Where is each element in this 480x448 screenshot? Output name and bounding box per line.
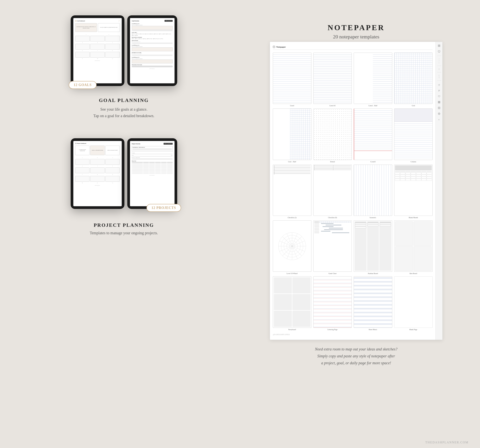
np-item-isometric[interactable]: Isometric	[354, 164, 392, 219]
tablet-watermark: @thedashplanner	[75, 60, 120, 61]
notepaper-footer-line2: Simply copy and paste any style of notep…	[317, 354, 395, 358]
resources-options: Time Money Education Energy Physical Spa…	[132, 38, 173, 39]
notepaper-grid: Lined Lined #2 Lined – Half Gri	[273, 53, 433, 330]
np-thumb-lined-half	[354, 53, 392, 104]
project-numbers-row3: 7 8 9	[75, 174, 120, 175]
np-thumb-wheel	[273, 220, 311, 272]
np-item-lettering[interactable]: Lettering Page	[313, 276, 352, 330]
materials-label: MATERIALS / RESOURCES	[133, 147, 172, 148]
sidebar-icon-heart[interactable]	[437, 94, 441, 98]
sidebar-icon-grid[interactable]	[437, 44, 441, 48]
project-planning-desc: Templates to manage your ongoing project…	[90, 231, 158, 235]
sidebar-icon-grid3[interactable]	[437, 106, 441, 110]
progress-label: PROGRESS TRACKER	[132, 64, 173, 65]
notepaper-toolbar: Notepaper	[273, 46, 433, 50]
svg-rect-0	[273, 46, 275, 48]
np-item-kanban[interactable]: Kanban Board	[354, 220, 392, 274]
goal-planning-desc-1: See your life goals at a glance.	[93, 106, 154, 113]
goal-card-2[interactable]: GO ON A FAMILY VACATION ONCE IN AGES	[98, 23, 120, 32]
np-label-sheet-music: Sheet Music	[369, 328, 377, 330]
goal-overview-title: Goal Overview	[132, 20, 139, 21]
np-thumb-blank-month	[394, 164, 433, 216]
np-item-lined-half[interactable]: Lined – Half	[354, 53, 392, 107]
sidebar-icon-a2[interactable]: A	[437, 118, 441, 121]
np-item-blank[interactable]: Blank Page	[394, 276, 433, 330]
np-thumb-grid	[394, 53, 433, 104]
view-all-projects-btn[interactable]: VIEW ALL PROJECTS	[164, 143, 173, 145]
np-item-lined2[interactable]: Lined #2	[313, 53, 352, 107]
np-item-column[interactable]: Column	[394, 108, 433, 163]
np-thumb-checklist2	[273, 164, 311, 216]
project-card-1[interactable]: LAUNDRY ROOM MAKEOVER	[75, 146, 90, 155]
project-dashboard-screen: Project Dashboard LAUNDRY ROOM MAKEOVER	[73, 141, 122, 206]
task-row-7	[132, 170, 173, 171]
right-column: NOTEPAPER 20 notepaper templates	[240, 12, 465, 366]
milestone-2-hint: Steps to accomplish this milestone:	[132, 46, 173, 47]
np-label-lettering: Lettering Page	[327, 328, 338, 330]
np-label-lined2: Lined #2	[330, 105, 336, 107]
notepaper-viewer-title: Notepaper	[276, 46, 286, 48]
goal-dashboard-tablet: Goal Dashboard ✓ FURTHER MY EDUCATION BY…	[71, 15, 124, 86]
np-label-grid-half: Grid – Half	[288, 161, 296, 163]
goals-badge-label: 12 GOALS	[74, 83, 92, 87]
np-item-checklist9[interactable]: Checklist (9)	[313, 164, 352, 219]
np-item-dotted[interactable]: Dotted	[313, 108, 352, 163]
milestone-2-content	[132, 47, 173, 51]
np-item-cornell[interactable]: Cornell	[354, 108, 392, 163]
np-thumb-sheet-music	[354, 276, 392, 327]
progress-section: PROGRESS TRACKER	[132, 64, 173, 67]
sidebar-icon-monitor[interactable]	[437, 50, 441, 53]
sidebar-icon-list[interactable]	[437, 89, 441, 92]
np-thumb-lined2	[313, 53, 352, 104]
goal-section-wrapper: Goal Dashboard ✓ FURTHER MY EDUCATION BY…	[71, 15, 177, 86]
sidebar-icon-settings[interactable]	[437, 83, 441, 87]
goal-planning-text: GOAL PLANNING See your life goals at a g…	[93, 98, 154, 119]
project-card-2[interactable]: WRITE A CHILDREN'S BOOK	[90, 146, 105, 155]
overview-watermark: @thedashplanner	[132, 68, 173, 69]
project-numbers-row1: 1 2 3	[75, 157, 120, 158]
goal-numbers-row1: 1 2	[75, 34, 120, 35]
np-label-kanban: Kanban Board	[368, 272, 378, 274]
goal-dashboard-header: Goal Dashboard ✓	[75, 20, 120, 22]
project-planning-text: PROJECT PLANNING Templates to manage you…	[90, 222, 158, 235]
goal-planning-desc-2: Tap on a goal for a detailed breakdown.	[93, 113, 154, 119]
np-label-gantt: Gantt Chart	[329, 272, 337, 274]
project-card-3[interactable]: ANNUAL HOLIDAY PARTY	[106, 146, 120, 155]
sidebar-icon-grid2[interactable]	[437, 100, 441, 104]
checkmark-icon: ✓	[119, 20, 120, 22]
np-item-wheel[interactable]: Level 10 Wheel	[273, 220, 311, 274]
project-grid-1	[75, 159, 120, 165]
np-item-grid[interactable]: Grid	[394, 53, 433, 107]
milestone-1-label: Goal Milestone #1:	[132, 23, 173, 24]
view-all-goals-btn[interactable]: VIEW ALL GOALS	[164, 20, 172, 22]
task-row-3	[132, 165, 173, 166]
svg-rect-30	[438, 102, 440, 102]
np-item-lined[interactable]: Lined	[273, 53, 311, 107]
sidebar-format-labels: Tbl Lnd	[438, 75, 439, 78]
left-column: Goal Dashboard ✓ FURTHER MY EDUCATION BY…	[15, 12, 240, 366]
goal-grid-3	[75, 52, 120, 58]
project-dashboard-title: Project Dashboard	[77, 143, 86, 144]
np-item-blank-month[interactable]: Blank Month	[394, 164, 433, 219]
np-item-checklist2[interactable]: Checklist (2)	[273, 164, 311, 219]
np-item-grid-half[interactable]: Grid – Half	[273, 108, 311, 163]
np-thumb-checklist9	[313, 164, 352, 216]
np-thumb-idea-board	[394, 220, 433, 272]
goal-line	[132, 30, 173, 30]
notepaper-icon	[273, 46, 275, 48]
milestone-3-hint: Steps to accomplish this milestone:	[132, 58, 173, 59]
np-item-gantt[interactable]: Gantt Chart	[313, 220, 352, 274]
np-item-sheet-music[interactable]: Sheet Music	[354, 276, 392, 330]
milestone-2-section: Goal Milestone #2: Steps to accomplish t…	[132, 45, 173, 51]
goal-card-1[interactable]: FURTHER MY EDUCATION BY COMPLETING AN ON…	[75, 23, 97, 32]
np-item-idea-board[interactable]: Idea Board	[394, 220, 433, 274]
np-label-wheel: Level 10 Wheel	[287, 272, 298, 274]
np-item-storyboard[interactable]: Storyboard	[273, 276, 311, 330]
sidebar-icon-globe[interactable]	[437, 112, 441, 116]
life-area-section: LIFE AREA Finance Mental Professional Em…	[132, 32, 173, 36]
np-label-lined-half: Lined – Half	[368, 105, 377, 107]
svg-point-25	[439, 85, 439, 85]
project-overview-title: Project Overview	[132, 143, 141, 144]
life-area-options: Finance Mental Professional Emotional Sp…	[132, 33, 173, 36]
sidebar-page-labels: A A4 A5	[438, 58, 439, 63]
